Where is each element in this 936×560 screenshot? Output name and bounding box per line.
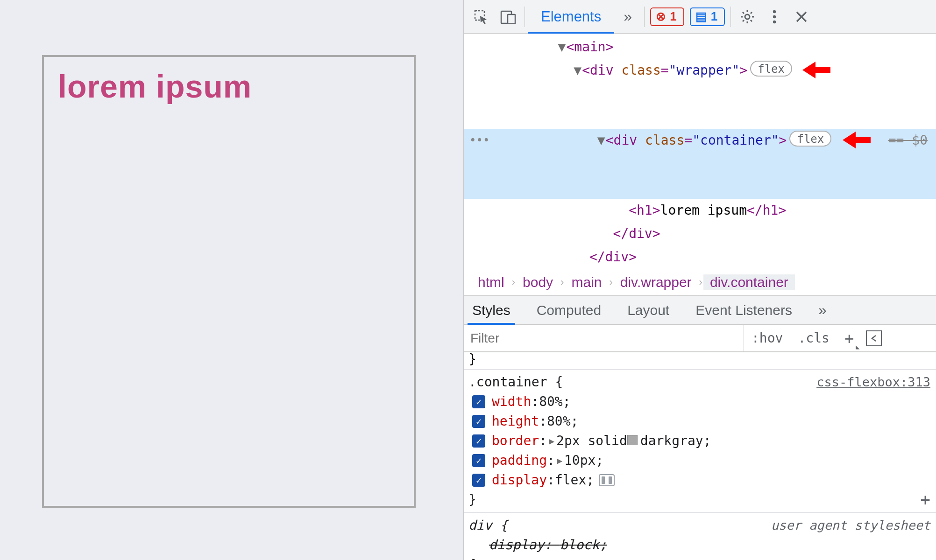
messages-badge[interactable]: ▤ 1 [690, 7, 725, 26]
checkbox-icon[interactable]: ✓ [472, 395, 485, 408]
device-toggle-icon[interactable] [496, 5, 520, 28]
checkbox-icon[interactable]: ✓ [472, 415, 485, 428]
error-badge[interactable]: ⊗ 1 [650, 7, 684, 26]
flex-badge[interactable]: flex [789, 131, 831, 147]
tab-layout[interactable]: Layout [623, 296, 674, 324]
add-rule-icon[interactable]: +◣ [837, 325, 861, 351]
rule-block-div-ua[interactable]: user agent stylesheet div { display: blo… [464, 513, 936, 560]
breadcrumb-item[interactable]: main [565, 274, 608, 290]
message-icon: ▤ [695, 9, 707, 24]
more-tabs-icon[interactable]: » [616, 5, 639, 28]
page-preview: lorem ipsum [0, 0, 463, 560]
rule-source-ua: user agent stylesheet [771, 516, 930, 535]
checkbox-icon[interactable]: ✓ [472, 474, 485, 487]
separator [730, 7, 731, 27]
dom-node-container[interactable]: ••• ▼<div class="container">flex== $0 [464, 129, 936, 199]
dom-tree[interactable]: ▼<main> ▼<div class="wrapper">flex ••• ▼… [464, 34, 936, 269]
breadcrumb-item[interactable]: div.wrapper [614, 274, 698, 290]
expand-icon[interactable]: ▶ [557, 451, 562, 470]
separator [644, 7, 645, 27]
declaration-width[interactable]: ✓width: 80%; [468, 392, 931, 412]
container-box: lorem ipsum [42, 55, 416, 508]
declaration-padding[interactable]: ✓padding: ▶10px; [468, 451, 931, 470]
rule-source-link[interactable]: css-flexbox:313 [816, 372, 930, 392]
breadcrumb-item[interactable]: body [516, 274, 560, 290]
cls-button[interactable]: .cls [790, 325, 837, 351]
dom-node-main[interactable]: ▼<main> [464, 35, 936, 59]
checkbox-icon[interactable]: ✓ [472, 434, 485, 448]
error-count: 1 [670, 9, 676, 24]
svg-point-4 [773, 10, 776, 13]
tab-event-listeners[interactable]: Event Listeners [691, 296, 797, 324]
checkbox-icon[interactable]: ✓ [472, 454, 485, 467]
dom-node-close-container[interactable]: </div> [464, 222, 936, 245]
devtools-toolbar: Elements » ⊗ 1 ▤ 1 [464, 0, 936, 34]
declaration-display[interactable]: ✓display: flex; [468, 470, 931, 490]
styles-rules[interactable]: } css-flexbox:313 .container { ✓width: 8… [464, 352, 936, 560]
toggle-sidebar-icon[interactable] [866, 330, 882, 346]
tab-elements[interactable]: Elements [528, 0, 614, 33]
breadcrumb-item[interactable]: div.container [703, 274, 795, 290]
svg-point-5 [773, 15, 776, 18]
styles-filter-bar: :hov .cls +◣ [464, 325, 936, 352]
separator [525, 7, 525, 27]
message-count: 1 [711, 9, 717, 24]
hov-button[interactable]: :hov [744, 325, 790, 351]
rule-close: } [468, 490, 931, 510]
declaration-border[interactable]: ✓border: ▶2px solid darkgray; [468, 431, 931, 451]
tab-styles[interactable]: Styles [468, 296, 515, 324]
kebab-menu-icon[interactable] [763, 5, 786, 28]
add-declaration-icon[interactable]: + [920, 490, 930, 510]
expand-icon[interactable]: ▶ [549, 431, 554, 451]
dom-node-close-wrapper[interactable]: </div> [464, 245, 936, 269]
svg-rect-2 [508, 14, 515, 24]
declaration-height[interactable]: ✓height: 80%; [468, 412, 931, 431]
tab-computed[interactable]: Computed [532, 296, 606, 324]
styles-tabstrip: Styles Computed Layout Event Listeners » [464, 296, 936, 325]
devtools-panel: Elements » ⊗ 1 ▤ 1 ▼<main> ▼<div class="… [463, 0, 936, 560]
breadcrumb: html› body› main› div.wrapper› div.conta… [464, 269, 936, 296]
arrow-annotation [843, 133, 869, 147]
filter-input[interactable] [464, 325, 744, 351]
error-icon: ⊗ [656, 9, 666, 24]
svg-point-3 [745, 14, 750, 19]
flex-editor-icon[interactable] [599, 474, 615, 486]
declaration-display-block[interactable]: display: block; [468, 535, 931, 555]
rule-block-container[interactable]: css-flexbox:313 .container { ✓width: 80%… [464, 370, 936, 513]
svg-point-6 [773, 20, 776, 23]
inspect-icon[interactable] [469, 5, 493, 28]
settings-icon[interactable] [736, 5, 759, 28]
console-ref: == $0 [888, 129, 928, 152]
selected-indicator-icon: ••• [464, 129, 492, 152]
dom-node-wrapper[interactable]: ▼<div class="wrapper">flex [464, 59, 936, 129]
preview-heading: lorem ipsum [58, 68, 400, 105]
flex-badge[interactable]: flex [750, 61, 792, 77]
more-tabs-icon[interactable]: » [814, 296, 831, 324]
breadcrumb-item[interactable]: html [471, 274, 511, 290]
rule-close: } [468, 555, 931, 560]
close-icon[interactable] [790, 5, 813, 28]
arrow-annotation [802, 63, 829, 77]
rule-block-container[interactable]: } [464, 352, 936, 370]
dom-node-h1[interactable]: <h1>lorem ipsum</h1> [464, 199, 936, 222]
color-swatch-icon[interactable] [627, 435, 638, 445]
